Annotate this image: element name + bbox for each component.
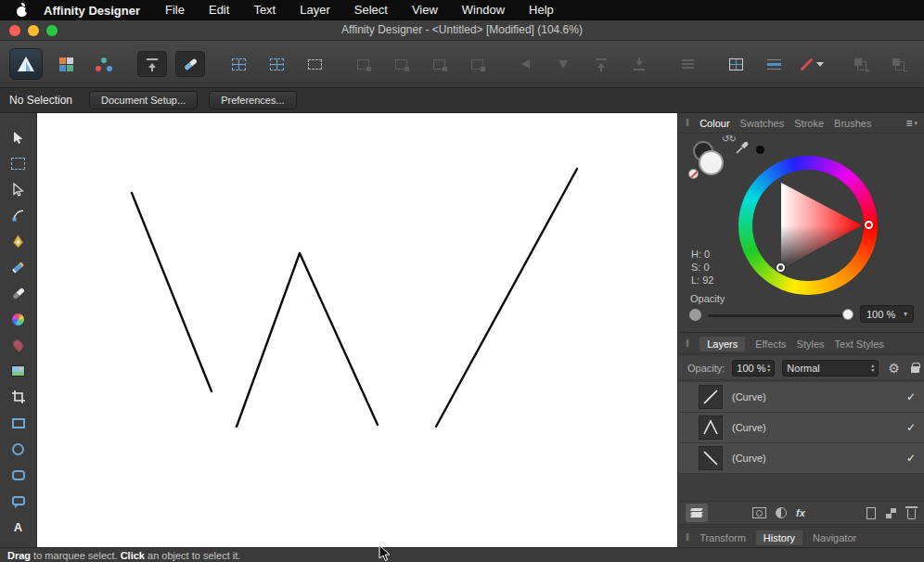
panel-menu-button[interactable]: ≡▾ [905, 117, 918, 130]
place-image-tool[interactable] [9, 364, 28, 378]
no-fill-badge[interactable] [688, 169, 699, 179]
move-to-back-button[interactable] [624, 51, 654, 77]
opacity-slider-track[interactable] [708, 314, 849, 317]
toggle-snapping-button[interactable] [759, 51, 789, 77]
insert-in-front-button[interactable] [386, 51, 416, 77]
flip-horizontal-button[interactable] [510, 51, 540, 77]
layer-row-3[interactable]: (Curve) ✓ [678, 443, 924, 474]
transparency-tool[interactable] [9, 338, 28, 352]
boolean-add-button[interactable]: + [845, 51, 875, 77]
layer-opacity-spinner[interactable]: 100 % ▴▾ [732, 360, 775, 377]
alignment-button[interactable] [673, 51, 702, 77]
layer-visibility-check[interactable]: ✓ [906, 390, 916, 403]
toggle-grid-button[interactable] [721, 51, 751, 77]
designer-persona-button[interactable] [9, 48, 43, 80]
menu-edit[interactable]: Edit [197, 0, 241, 20]
menu-text[interactable]: Text [241, 0, 288, 20]
document-canvas[interactable] [37, 113, 677, 547]
tab-brushes[interactable]: Brushes [834, 118, 871, 129]
hue-marker[interactable] [865, 221, 873, 229]
share-button[interactable] [137, 51, 167, 77]
layer-effects-button[interactable]: fx [796, 507, 805, 518]
pixel-persona-button[interactable] [51, 51, 81, 77]
pencil-tool[interactable] [9, 260, 28, 275]
new-pixel-layer-button[interactable] [886, 508, 896, 518]
colour-wheel[interactable] [738, 156, 878, 295]
layer-visibility-check[interactable]: ✓ [906, 421, 916, 434]
gear-icon[interactable]: ⚙ [888, 361, 900, 376]
eyedropper-icon[interactable] [735, 138, 751, 155]
panel-grip-icon[interactable]: ‖ [686, 532, 689, 543]
tab-transform[interactable]: Transform [699, 532, 746, 543]
menu-view[interactable]: View [400, 0, 450, 20]
saturation-marker[interactable] [776, 263, 785, 272]
app-menu-title[interactable]: Affinity Designer [44, 4, 140, 18]
ellipse-tool[interactable] [9, 441, 28, 456]
picked-colour-dot[interactable] [756, 146, 764, 154]
node-tool[interactable] [9, 182, 28, 197]
document-setup-button[interactable]: Document Setup... [89, 91, 198, 109]
delete-layer-button[interactable] [907, 509, 916, 519]
hue-value: H: 0 [691, 249, 710, 260]
tab-history[interactable]: History [756, 530, 802, 545]
vector-crop-tool[interactable] [9, 390, 28, 404]
artistic-text-tool[interactable]: A [9, 519, 28, 534]
fill-tool[interactable] [9, 312, 28, 326]
corner-tool[interactable] [9, 208, 28, 223]
menu-window[interactable]: Window [450, 0, 517, 20]
panel-grip-icon[interactable]: ‖ [686, 338, 689, 349]
zoom-window-button[interactable] [46, 25, 58, 36]
tab-stroke[interactable]: Stroke [794, 118, 824, 129]
insert-on-top-icon [433, 59, 445, 70]
close-window-button[interactable] [9, 25, 20, 36]
menu-file[interactable]: File [153, 0, 197, 20]
saturation-triangle[interactable] [738, 156, 878, 295]
insert-on-top-button[interactable] [424, 51, 454, 77]
pen-mode-button[interactable] [797, 51, 827, 77]
style-paint-button[interactable] [175, 51, 205, 77]
minimize-window-button[interactable] [28, 25, 39, 36]
adjustment-layer-button[interactable] [776, 507, 787, 518]
move-tool[interactable] [9, 130, 28, 145]
rounded-rectangle-tool[interactable] [9, 467, 28, 482]
marquee-mode-button[interactable] [300, 51, 329, 77]
insert-behind-button[interactable] [348, 51, 378, 77]
panel-grip-icon[interactable]: ‖ [686, 118, 689, 128]
layer-row-2[interactable]: (Curve) ✓ [678, 413, 924, 443]
layers-stack-button[interactable] [686, 504, 708, 522]
tab-effects[interactable]: Effects [755, 338, 786, 350]
apple-menu-icon[interactable] [17, 4, 29, 17]
marquee-tool[interactable] [9, 156, 28, 171]
new-layer-button[interactable] [866, 507, 876, 519]
rectangle-tool[interactable] [9, 415, 28, 430]
lock-icon[interactable] [911, 366, 919, 373]
show-grid-button[interactable] [224, 51, 253, 77]
mask-layer-button[interactable] [752, 507, 766, 518]
tab-colour[interactable]: Colour [699, 118, 729, 129]
insert-inside-button[interactable] [462, 51, 492, 77]
pen-tool[interactable] [9, 234, 28, 249]
swap-colours-icon[interactable]: ↺↻ [722, 134, 736, 144]
flip-vertical-button[interactable] [548, 51, 578, 77]
boolean-subtract-button[interactable]: − [883, 51, 913, 77]
grid-options-button[interactable] [262, 51, 291, 77]
vector-brush-tool[interactable] [9, 286, 28, 300]
opacity-slider-knob[interactable] [842, 309, 853, 320]
menu-select[interactable]: Select [342, 0, 400, 20]
move-to-front-button[interactable] [586, 51, 616, 77]
tab-layers[interactable]: Layers [699, 337, 745, 351]
tab-text-styles[interactable]: Text Styles [835, 338, 884, 350]
speech-bubble-tool[interactable] [9, 493, 28, 508]
export-persona-button[interactable] [89, 51, 119, 77]
tab-navigator[interactable]: Navigator [813, 532, 856, 543]
menu-layer[interactable]: Layer [288, 0, 342, 20]
opacity-value-dropdown[interactable]: 100 % ▾ [860, 305, 914, 323]
fill-colour-well[interactable] [699, 150, 724, 175]
preferences-button[interactable]: Preferences... [209, 91, 296, 109]
layer-row-1[interactable]: (Curve) ✓ [678, 382, 924, 413]
blend-mode-dropdown[interactable]: Normal ▴▾ [782, 360, 879, 377]
layer-visibility-check[interactable]: ✓ [906, 452, 916, 465]
menu-help[interactable]: Help [517, 0, 566, 20]
tab-swatches[interactable]: Swatches [740, 118, 785, 129]
tab-styles[interactable]: Styles [797, 338, 825, 350]
